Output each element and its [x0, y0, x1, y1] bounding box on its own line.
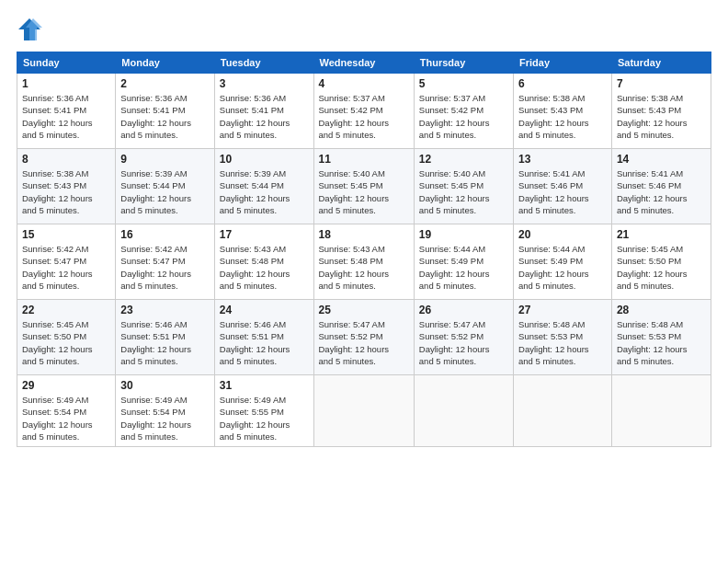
day-number: 17: [220, 228, 309, 241]
calendar-dow-wednesday: Wednesday: [313, 52, 414, 74]
calendar-cell: 4Sunrise: 5:37 AM Sunset: 5:42 PM Daylig…: [313, 74, 414, 149]
calendar-week-row: 1Sunrise: 5:36 AM Sunset: 5:41 PM Daylig…: [17, 74, 711, 149]
calendar-dow-monday: Monday: [116, 52, 214, 74]
calendar-cell: 20Sunrise: 5:44 AM Sunset: 5:49 PM Dayli…: [514, 224, 612, 300]
day-number: 3: [220, 77, 309, 90]
calendar-cell: 3Sunrise: 5:36 AM Sunset: 5:41 PM Daylig…: [214, 74, 313, 149]
day-info: Sunrise: 5:49 AM Sunset: 5:54 PM Dayligh…: [22, 394, 110, 442]
day-info: Sunrise: 5:41 AM Sunset: 5:46 PM Dayligh…: [518, 167, 607, 216]
day-info: Sunrise: 5:38 AM Sunset: 5:43 PM Dayligh…: [518, 92, 607, 141]
day-info: Sunrise: 5:49 AM Sunset: 5:54 PM Dayligh…: [120, 394, 209, 442]
calendar-cell: [313, 375, 414, 447]
day-number: 16: [120, 228, 209, 241]
calendar-cell: 19Sunrise: 5:44 AM Sunset: 5:49 PM Dayli…: [414, 224, 513, 300]
day-info: Sunrise: 5:37 AM Sunset: 5:42 PM Dayligh…: [419, 92, 508, 141]
day-info: Sunrise: 5:44 AM Sunset: 5:49 PM Dayligh…: [419, 243, 508, 292]
day-number: 13: [518, 153, 607, 166]
day-info: Sunrise: 5:36 AM Sunset: 5:41 PM Dayligh…: [220, 92, 309, 141]
day-number: 4: [319, 77, 409, 90]
calendar-cell: 6Sunrise: 5:38 AM Sunset: 5:43 PM Daylig…: [514, 74, 612, 149]
day-number: 28: [617, 304, 706, 316]
day-info: Sunrise: 5:37 AM Sunset: 5:42 PM Dayligh…: [319, 92, 409, 141]
calendar-cell: 30Sunrise: 5:49 AM Sunset: 5:54 PM Dayli…: [116, 375, 214, 447]
day-number: 10: [220, 153, 309, 166]
day-number: 2: [120, 77, 209, 90]
logo: [17, 17, 46, 42]
day-number: 5: [419, 77, 508, 90]
day-info: Sunrise: 5:45 AM Sunset: 5:50 PM Dayligh…: [22, 318, 110, 367]
calendar-cell: 25Sunrise: 5:47 AM Sunset: 5:52 PM Dayli…: [313, 300, 414, 375]
calendar-cell: 21Sunrise: 5:45 AM Sunset: 5:50 PM Dayli…: [611, 224, 711, 300]
day-info: Sunrise: 5:48 AM Sunset: 5:53 PM Dayligh…: [518, 318, 607, 367]
calendar-cell: 10Sunrise: 5:39 AM Sunset: 5:44 PM Dayli…: [214, 149, 313, 224]
calendar-cell: 7Sunrise: 5:38 AM Sunset: 5:43 PM Daylig…: [611, 74, 711, 149]
calendar-cell: 12Sunrise: 5:40 AM Sunset: 5:45 PM Dayli…: [414, 149, 513, 224]
day-number: 25: [319, 304, 409, 316]
day-number: 20: [518, 228, 607, 241]
calendar-cell: [414, 375, 513, 447]
calendar-cell: 2Sunrise: 5:36 AM Sunset: 5:41 PM Daylig…: [116, 74, 214, 149]
day-info: Sunrise: 5:49 AM Sunset: 5:55 PM Dayligh…: [220, 394, 309, 442]
header: [17, 17, 711, 42]
day-info: Sunrise: 5:46 AM Sunset: 5:51 PM Dayligh…: [120, 318, 209, 367]
calendar-cell: 8Sunrise: 5:38 AM Sunset: 5:43 PM Daylig…: [17, 149, 116, 224]
calendar-dow-thursday: Thursday: [414, 52, 513, 74]
day-info: Sunrise: 5:42 AM Sunset: 5:47 PM Dayligh…: [120, 243, 209, 292]
calendar-cell: [514, 375, 612, 447]
day-number: 26: [419, 304, 508, 316]
day-number: 30: [120, 379, 209, 392]
day-info: Sunrise: 5:45 AM Sunset: 5:50 PM Dayligh…: [617, 243, 706, 292]
day-number: 15: [22, 228, 110, 241]
day-number: 11: [319, 153, 409, 166]
day-info: Sunrise: 5:43 AM Sunset: 5:48 PM Dayligh…: [319, 243, 409, 292]
calendar-cell: 22Sunrise: 5:45 AM Sunset: 5:50 PM Dayli…: [17, 300, 116, 375]
day-info: Sunrise: 5:41 AM Sunset: 5:46 PM Dayligh…: [617, 167, 706, 216]
day-number: 6: [518, 77, 607, 90]
day-number: 21: [617, 228, 706, 241]
day-info: Sunrise: 5:47 AM Sunset: 5:52 PM Dayligh…: [419, 318, 508, 367]
calendar-cell: 29Sunrise: 5:49 AM Sunset: 5:54 PM Dayli…: [17, 375, 116, 447]
calendar-cell: 11Sunrise: 5:40 AM Sunset: 5:45 PM Dayli…: [313, 149, 414, 224]
day-info: Sunrise: 5:38 AM Sunset: 5:43 PM Dayligh…: [22, 167, 110, 216]
day-info: Sunrise: 5:40 AM Sunset: 5:45 PM Dayligh…: [319, 167, 409, 216]
calendar-cell: 23Sunrise: 5:46 AM Sunset: 5:51 PM Dayli…: [116, 300, 214, 375]
calendar-cell: [611, 375, 711, 447]
day-number: 31: [220, 379, 309, 392]
calendar-cell: 9Sunrise: 5:39 AM Sunset: 5:44 PM Daylig…: [116, 149, 214, 224]
calendar-cell: 5Sunrise: 5:37 AM Sunset: 5:42 PM Daylig…: [414, 74, 513, 149]
day-info: Sunrise: 5:46 AM Sunset: 5:51 PM Dayligh…: [220, 318, 309, 367]
day-number: 14: [617, 153, 706, 166]
day-info: Sunrise: 5:38 AM Sunset: 5:43 PM Dayligh…: [617, 92, 706, 141]
calendar-cell: 24Sunrise: 5:46 AM Sunset: 5:51 PM Dayli…: [214, 300, 313, 375]
logo-icon: [17, 17, 42, 42]
day-info: Sunrise: 5:40 AM Sunset: 5:45 PM Dayligh…: [419, 167, 508, 216]
day-info: Sunrise: 5:39 AM Sunset: 5:44 PM Dayligh…: [120, 167, 209, 216]
calendar-cell: 31Sunrise: 5:49 AM Sunset: 5:55 PM Dayli…: [214, 375, 313, 447]
calendar-cell: 16Sunrise: 5:42 AM Sunset: 5:47 PM Dayli…: [116, 224, 214, 300]
calendar-cell: 17Sunrise: 5:43 AM Sunset: 5:48 PM Dayli…: [214, 224, 313, 300]
calendar-cell: 27Sunrise: 5:48 AM Sunset: 5:53 PM Dayli…: [514, 300, 612, 375]
calendar-header-row: SundayMondayTuesdayWednesdayThursdayFrid…: [17, 52, 711, 74]
page-container: SundayMondayTuesdayWednesdayThursdayFrid…: [0, 0, 728, 456]
day-number: 27: [518, 304, 607, 316]
day-info: Sunrise: 5:36 AM Sunset: 5:41 PM Dayligh…: [120, 92, 209, 141]
day-number: 19: [419, 228, 508, 241]
day-number: 18: [319, 228, 409, 241]
day-number: 12: [419, 153, 508, 166]
day-info: Sunrise: 5:36 AM Sunset: 5:41 PM Dayligh…: [22, 92, 110, 141]
calendar-table: SundayMondayTuesdayWednesdayThursdayFrid…: [17, 52, 711, 447]
calendar-cell: 1Sunrise: 5:36 AM Sunset: 5:41 PM Daylig…: [17, 74, 116, 149]
calendar-cell: 13Sunrise: 5:41 AM Sunset: 5:46 PM Dayli…: [514, 149, 612, 224]
day-number: 9: [120, 153, 209, 166]
calendar-dow-saturday: Saturday: [611, 52, 711, 74]
day-number: 1: [22, 77, 110, 90]
calendar-cell: 15Sunrise: 5:42 AM Sunset: 5:47 PM Dayli…: [17, 224, 116, 300]
calendar-cell: 18Sunrise: 5:43 AM Sunset: 5:48 PM Dayli…: [313, 224, 414, 300]
day-number: 8: [22, 153, 110, 166]
calendar-dow-sunday: Sunday: [17, 52, 116, 74]
day-number: 24: [220, 304, 309, 316]
calendar-cell: 14Sunrise: 5:41 AM Sunset: 5:46 PM Dayli…: [611, 149, 711, 224]
day-info: Sunrise: 5:42 AM Sunset: 5:47 PM Dayligh…: [22, 243, 110, 292]
calendar-cell: 26Sunrise: 5:47 AM Sunset: 5:52 PM Dayli…: [414, 300, 513, 375]
day-number: 29: [22, 379, 110, 392]
